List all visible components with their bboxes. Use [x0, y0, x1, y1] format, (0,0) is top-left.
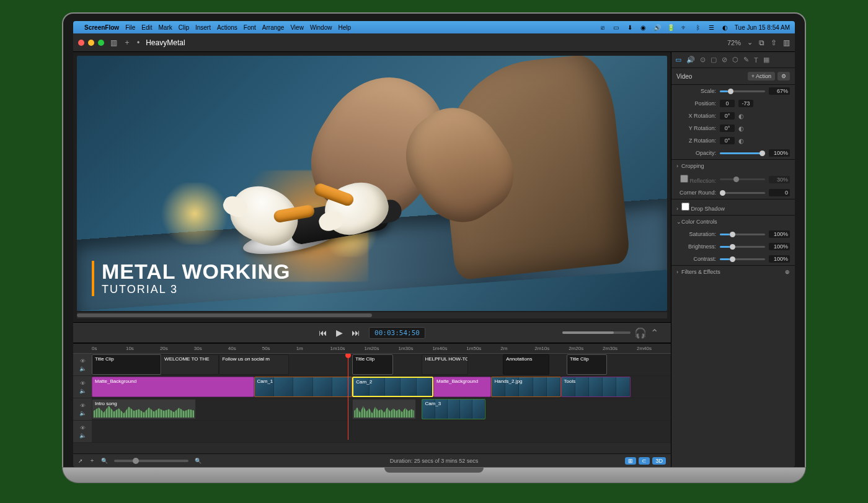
minimize-button[interactable]	[88, 40, 94, 46]
saturation-value[interactable]: 100%	[769, 230, 790, 238]
3d-button[interactable]: 3D	[652, 457, 666, 465]
filters-section[interactable]: ›Filters & Effects⊕	[671, 265, 795, 278]
text2-tab-icon[interactable]: T	[754, 56, 758, 64]
siri-icon[interactable]: ◐	[721, 23, 730, 32]
canvas-scrollbar[interactable]	[77, 312, 667, 318]
opacity-value[interactable]: 100%	[769, 149, 790, 157]
menubar-datetime[interactable]: Tue Jun 15 8:54 AM	[735, 24, 790, 31]
share-icon[interactable]: ⇧	[771, 38, 777, 47]
menu-mark[interactable]: Mark	[159, 24, 172, 31]
clip[interactable]: Title Clip	[567, 354, 607, 375]
bluetooth-icon[interactable]: ᛒ	[694, 23, 702, 32]
next-button[interactable]: ⏭	[352, 328, 360, 338]
brightness-slider[interactable]	[720, 246, 765, 248]
reflection-slider[interactable]	[720, 178, 765, 180]
media-tab-icon[interactable]: ▦	[763, 56, 769, 64]
xrot-value[interactable]: 0°	[720, 112, 735, 120]
time-ruler[interactable]: 0s10s20s30s40s50s1m1m10s1m20s1m30s1m40s1…	[73, 344, 671, 354]
add-button[interactable]: ＋	[123, 37, 131, 48]
timecode-display[interactable]: 00:03:54;50	[369, 327, 425, 339]
prev-button[interactable]: ⏮	[319, 328, 327, 338]
playhead[interactable]	[348, 354, 348, 440]
contrast-value[interactable]: 100%	[769, 255, 790, 263]
clip[interactable]: HELPFUL HOW-TO	[422, 354, 468, 375]
close-button[interactable]	[78, 40, 84, 46]
video-tab-icon[interactable]: ▭	[675, 56, 681, 64]
position-y[interactable]: -73	[738, 100, 753, 107]
app-name[interactable]: ScreenFlow	[84, 24, 119, 31]
corner-slider[interactable]	[720, 192, 765, 194]
menu-insert[interactable]: Insert	[195, 24, 211, 31]
clip[interactable]: Cam_1	[254, 377, 353, 397]
scale-slider[interactable]	[720, 90, 765, 92]
dropshadow-checkbox[interactable]	[681, 203, 689, 211]
volume-slider[interactable]	[562, 331, 631, 334]
clip[interactable]: Title Clip	[352, 354, 392, 375]
scale-value[interactable]: 67%	[769, 87, 790, 95]
crop-icon[interactable]: ⧉	[759, 38, 764, 47]
cropping-section[interactable]: ›Cropping	[671, 159, 795, 172]
add-action-button[interactable]: + Action	[748, 72, 775, 81]
reflection-value[interactable]: 30%	[769, 176, 790, 183]
callout-tab-icon[interactable]: ▢	[711, 56, 717, 64]
yrot-value[interactable]: 0°	[720, 125, 735, 132]
position-x[interactable]: 0	[720, 100, 735, 107]
menu-arrange[interactable]: Arrange	[262, 24, 285, 31]
colorcontrols-section[interactable]: ⌄Color Controls	[671, 215, 795, 228]
contrast-slider[interactable]	[720, 258, 765, 260]
clip[interactable]: Cam_2	[352, 377, 433, 397]
menu-font[interactable]: Font	[244, 24, 256, 31]
display-icon[interactable]: ▭	[612, 23, 621, 32]
clip[interactable]: Matte_Background	[433, 377, 491, 397]
controlcenter-icon[interactable]: ☰	[707, 23, 716, 32]
pointer-tool-icon[interactable]: ➚	[78, 458, 83, 464]
add-track-icon[interactable]: ＋	[89, 457, 95, 465]
menu-help[interactable]: Help	[338, 24, 351, 31]
zoom-slider[interactable]	[114, 460, 188, 462]
battery-icon[interactable]: 🔋	[666, 23, 675, 32]
wifi-icon[interactable]: ᯤ	[680, 23, 689, 32]
menu-view[interactable]: View	[290, 24, 304, 31]
brightness-value[interactable]: 100%	[769, 243, 790, 250]
screen-tab-icon[interactable]: ⊙	[700, 56, 706, 64]
add-filter-icon[interactable]: ⊕	[785, 269, 790, 275]
clip[interactable]: Matte_Background	[92, 377, 254, 397]
zoom-out-icon[interactable]: 🔍	[101, 458, 108, 464]
corner-value[interactable]: 0	[769, 189, 790, 196]
clip[interactable]: Intro song	[92, 399, 196, 419]
menu-edit[interactable]: Edit	[141, 24, 152, 31]
snap-button[interactable]: ⊞	[625, 457, 636, 465]
opacity-slider[interactable]	[720, 152, 765, 154]
menu-window[interactable]: Window	[310, 24, 332, 31]
zrot-value[interactable]: 0°	[720, 137, 735, 144]
canvas-zoom[interactable]: 72%	[727, 39, 741, 46]
clip[interactable]: WELCOME TO THE	[161, 354, 219, 375]
dropshadow-section[interactable]: › Drop Shadow	[671, 199, 795, 215]
menu-actions[interactable]: Actions	[217, 24, 237, 31]
audio-tab-icon[interactable]: 🔊	[686, 56, 695, 64]
menu-clip[interactable]: Clip	[179, 24, 189, 31]
clip[interactable]: Tools	[561, 377, 631, 397]
cc-icon[interactable]: ◉	[639, 23, 648, 32]
play-button[interactable]: ▶	[336, 328, 343, 338]
clip[interactable]: Title Clip	[92, 354, 161, 375]
zoom-chevron-icon[interactable]: ⌄	[747, 38, 753, 46]
volume-icon[interactable]: 🔊	[653, 23, 662, 32]
text-tab-icon[interactable]: ✎	[743, 56, 749, 64]
gear-icon[interactable]: ⚙	[777, 72, 790, 81]
collapse-icon[interactable]: ⌃	[650, 327, 658, 339]
touch-tab-icon[interactable]: ⊘	[722, 56, 727, 64]
menu-file[interactable]: File	[125, 24, 135, 31]
clip[interactable]: Cam_3	[422, 399, 485, 419]
camera-icon[interactable]: ⎚	[598, 23, 607, 32]
headphones-icon[interactable]: 🎧	[634, 327, 647, 339]
video-canvas[interactable]: METAL WORKING TUTORIAL 3	[77, 56, 667, 311]
annotations-tab-icon[interactable]: ⬡	[732, 56, 738, 64]
zoom-in-icon[interactable]: 🔍	[195, 458, 202, 464]
rotation-dial-icon[interactable]: ◐	[738, 125, 744, 132]
clip[interactable]: Hands_2.jpg	[491, 377, 560, 397]
inspector-toggle-icon[interactable]: ▥	[783, 38, 790, 47]
title-overlay[interactable]: METAL WORKING TUTORIAL 3	[92, 261, 291, 296]
dropbox-icon[interactable]: ⬇	[626, 23, 634, 32]
sidebar-toggle-icon[interactable]: ▥	[110, 38, 117, 47]
